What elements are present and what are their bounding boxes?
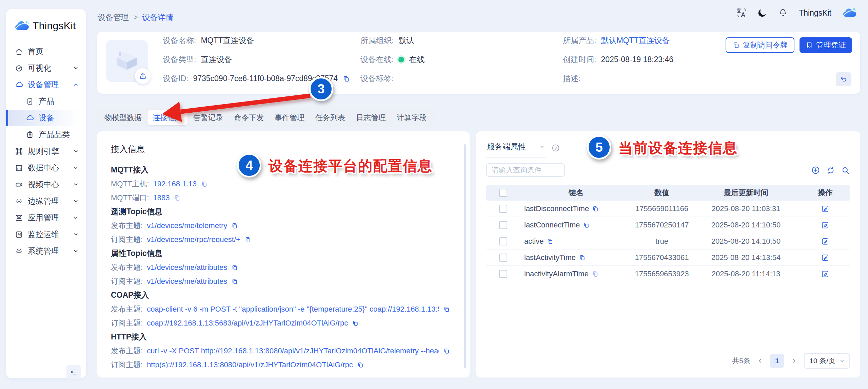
copy-icon[interactable] bbox=[592, 205, 599, 212]
access-info-title: 接入信息 bbox=[111, 144, 456, 155]
copy-icon[interactable] bbox=[579, 254, 586, 261]
sidebar-collapse-button[interactable] bbox=[66, 365, 81, 379]
row-checkbox[interactable] bbox=[499, 237, 507, 245]
edit-icon[interactable] bbox=[821, 253, 830, 262]
tag-label: 设备标签: bbox=[360, 73, 394, 84]
table-row: lastConnectTime 1755670250147 2025-08-20… bbox=[486, 217, 850, 233]
sidebar-item-device-management[interactable]: 设备管理 bbox=[6, 76, 86, 93]
copy-icon[interactable] bbox=[443, 306, 450, 313]
search-icon[interactable] bbox=[841, 166, 850, 175]
sidebar-item-visualization[interactable]: 可视化 bbox=[6, 60, 86, 76]
sidebar: ThingsKit 首页 可视化 设备管理 P 产品 bbox=[6, 9, 86, 378]
access-info-body: MQTT接入 MQTT主机:192.168.1.13 MQTT端口:1883 遥… bbox=[111, 166, 456, 368]
sidebar-item-edge-management[interactable]: 边缘管理 bbox=[6, 193, 86, 209]
copy-icon[interactable] bbox=[174, 194, 180, 201]
row-checkbox[interactable] bbox=[499, 221, 507, 229]
user-avatar[interactable] bbox=[842, 7, 856, 18]
refresh-icon[interactable] bbox=[826, 166, 835, 175]
device-type-value: 直连设备 bbox=[201, 54, 232, 65]
copy-icon[interactable] bbox=[231, 278, 238, 285]
sidebar-item-data-center[interactable]: 数据中心 bbox=[6, 160, 86, 176]
collapse-sidebar-icon bbox=[70, 368, 78, 376]
system-management-icon bbox=[15, 247, 23, 255]
tab-computed-fields[interactable]: 计算字段 bbox=[392, 110, 432, 125]
row-checkbox[interactable] bbox=[499, 205, 507, 213]
row-checkbox[interactable] bbox=[499, 270, 507, 278]
next-page-icon[interactable] bbox=[791, 358, 797, 364]
language-translate-icon[interactable] bbox=[736, 7, 747, 18]
previous-page-icon[interactable] bbox=[757, 358, 763, 364]
sidebar-item-monitoring[interactable]: ⌘ 监控运维 bbox=[6, 226, 86, 243]
row-checkbox[interactable] bbox=[499, 254, 507, 262]
sidebar-item-video-center[interactable]: 视频中心 bbox=[6, 176, 86, 193]
device-type-label: 设备类型: bbox=[163, 54, 196, 65]
chevron-down-icon bbox=[73, 182, 79, 187]
scrollbar[interactable] bbox=[464, 144, 466, 368]
upload-image-button[interactable] bbox=[135, 68, 151, 84]
annotation-step-5-text: 当前设备连接信息 bbox=[618, 138, 738, 158]
copy-icon[interactable] bbox=[583, 222, 590, 228]
sidebar-item-rule-engine[interactable]: 规则引擎 bbox=[6, 143, 86, 160]
copy-icon[interactable] bbox=[201, 181, 208, 187]
add-attribute-icon[interactable] bbox=[811, 166, 820, 175]
sidebar-item-system-management[interactable]: 系统管理 bbox=[6, 243, 86, 259]
device-info-card: 设备名称:MQTT直连设备 设备类型:直连设备 设备ID:9735c090-7c… bbox=[97, 32, 860, 94]
sidebar-item-home[interactable]: 首页 bbox=[6, 43, 86, 60]
edit-icon[interactable] bbox=[821, 237, 830, 246]
edit-icon[interactable] bbox=[821, 204, 830, 213]
attribute-scope-select[interactable]: 服务端属性 bbox=[486, 142, 546, 158]
online-status-text: 在线 bbox=[409, 54, 425, 65]
help-question-icon[interactable]: ? bbox=[551, 144, 560, 152]
attribute-key: lastActivityTime bbox=[524, 253, 576, 262]
copy-access-token-button[interactable]: 复制访问令牌 bbox=[726, 37, 794, 53]
copy-icon[interactable] bbox=[592, 271, 598, 277]
table-header: 键名 数值 最后更新时间 操作 bbox=[486, 185, 850, 201]
copy-icon[interactable] bbox=[231, 222, 238, 229]
search-input[interactable] bbox=[486, 163, 565, 177]
sidebar-item-app-management[interactable]: 应用管理 bbox=[6, 209, 86, 226]
attribute-value: 1755659011166 bbox=[632, 204, 692, 213]
copy-icon[interactable] bbox=[357, 362, 364, 368]
device-card-buttons: 复制访问令牌 管理凭证 bbox=[726, 37, 852, 53]
sidebar-item-label: 视频中心 bbox=[28, 179, 59, 190]
copy-icon[interactable] bbox=[231, 264, 238, 271]
sidebar-item-label: 首页 bbox=[28, 46, 43, 57]
copy-icon[interactable] bbox=[547, 238, 553, 245]
manage-credential-label: 管理凭证 bbox=[816, 40, 846, 50]
user-name[interactable]: ThingsKit bbox=[799, 8, 831, 18]
dark-mode-moon-icon[interactable] bbox=[757, 8, 767, 18]
manage-credential-button[interactable]: 管理凭证 bbox=[800, 37, 852, 53]
home-icon bbox=[15, 48, 23, 56]
upload-icon bbox=[139, 72, 147, 80]
breadcrumb-parent[interactable]: 设备管理 bbox=[98, 12, 129, 23]
product-link[interactable]: 默认MQTT直连设备 bbox=[601, 35, 670, 46]
copy-icon[interactable] bbox=[352, 320, 359, 327]
sidebar-item-product[interactable]: P 产品 bbox=[6, 93, 86, 110]
edit-icon[interactable] bbox=[821, 270, 830, 278]
section-heading-http: HTTP接入 bbox=[111, 333, 456, 341]
sidebar-item-device[interactable]: 设备 bbox=[6, 110, 86, 126]
select-all-checkbox[interactable] bbox=[499, 189, 507, 197]
tab-thing-model-data[interactable]: 物模型数据 bbox=[99, 110, 147, 125]
tab-log-management[interactable]: 日志管理 bbox=[351, 110, 391, 125]
sidebar-item-label: 设备管理 bbox=[28, 79, 59, 90]
sidebar-item-label: 应用管理 bbox=[28, 212, 59, 223]
edit-icon[interactable] bbox=[821, 221, 830, 229]
access-row: 发布主题:curl -v -X POST http://192.168.1.13… bbox=[111, 347, 450, 355]
breadcrumb: 设备管理 > 设备详情 bbox=[98, 12, 173, 23]
notification-bell-icon[interactable] bbox=[778, 8, 788, 18]
attribute-key: active bbox=[524, 237, 544, 246]
logo[interactable]: ThingsKit bbox=[6, 9, 86, 32]
logo-text: ThingsKit bbox=[33, 20, 76, 32]
back-button[interactable] bbox=[836, 72, 851, 86]
copy-device-id-icon[interactable] bbox=[342, 75, 350, 82]
page-size-select[interactable]: 10 条/页 bbox=[804, 353, 850, 369]
sidebar-item-product-category[interactable]: 产品品类 bbox=[6, 126, 86, 143]
page-number[interactable]: 1 bbox=[770, 354, 784, 368]
access-row: 发布主题:coap-client -v 6 -m POST -t "applic… bbox=[111, 305, 450, 313]
copy-icon[interactable] bbox=[443, 348, 450, 354]
video-center-icon bbox=[15, 181, 23, 189]
sidebar-item-label: 可视化 bbox=[28, 63, 51, 73]
copy-icon[interactable] bbox=[244, 236, 251, 243]
breadcrumb-current[interactable]: 设备详情 bbox=[142, 12, 173, 23]
